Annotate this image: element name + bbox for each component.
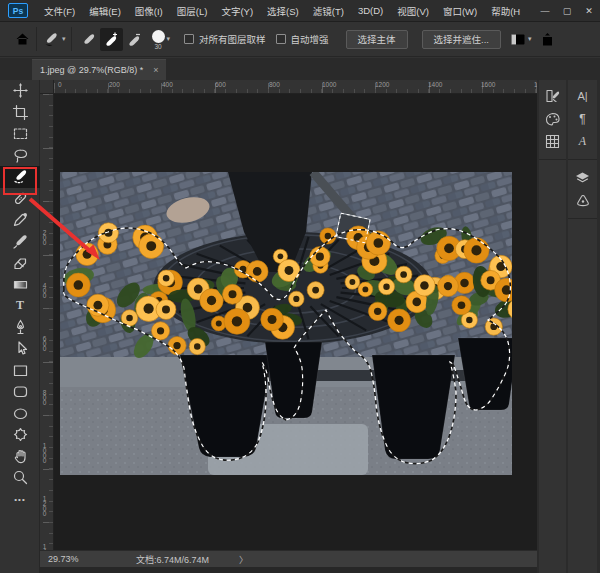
- sample-all-layers-checkbox[interactable]: [184, 34, 194, 44]
- ruler-label: 400: [41, 282, 48, 297]
- rounded-rectangle-tool[interactable]: [0, 381, 40, 403]
- horizontal-ruler: 0 200 400 600 800 1000 1200 1400 1600 18…: [54, 80, 537, 94]
- home-icon[interactable]: [14, 31, 31, 47]
- brush-preview-circle: [152, 30, 165, 43]
- tutorial-highlight-box: [3, 167, 37, 195]
- workspace-switcher-icon[interactable]: ▾: [510, 33, 532, 46]
- menu-edit[interactable]: 编辑(E): [82, 0, 128, 22]
- menu-select[interactable]: 选择(S): [260, 0, 306, 22]
- character-panel-icon[interactable]: A|: [568, 84, 597, 107]
- chevron-down-icon: ▾: [62, 35, 66, 43]
- ruler-label: 1200: [375, 81, 389, 88]
- swatches-panel-icon[interactable]: [539, 130, 566, 153]
- ellipse-tool[interactable]: [0, 403, 40, 425]
- glyphs-panel-icon[interactable]: A: [568, 130, 597, 153]
- move-tool[interactable]: [0, 80, 40, 102]
- ruler-label: 1200: [41, 495, 48, 515]
- status-bar: 29.73% 文档:6.74M/6.74M 〉: [40, 550, 537, 567]
- panel-dock: A| ¶ A: [537, 80, 600, 573]
- ruler-label: 200: [109, 81, 120, 88]
- divider: [36, 27, 37, 51]
- chevron-down-icon: ▾: [528, 35, 532, 43]
- window-footer: [40, 567, 537, 573]
- auto-enhance-label: 自动增强: [291, 32, 329, 46]
- ruler-label: 600: [215, 81, 226, 88]
- close-button[interactable]: ✕: [578, 0, 600, 22]
- hand-tool[interactable]: [0, 446, 40, 468]
- auto-enhance-checkbox[interactable]: [276, 34, 286, 44]
- menu-3d[interactable]: 3D(D): [351, 0, 390, 22]
- menu-type[interactable]: 文字(Y): [214, 0, 260, 22]
- document-image[interactable]: [60, 172, 512, 475]
- zoom-level-field[interactable]: 29.73%: [48, 554, 118, 564]
- custom-shape-tool[interactable]: [0, 424, 40, 446]
- paragraph-panel-icon[interactable]: ¶: [568, 107, 597, 130]
- document-tab-bar: 1.jpeg @ 29.7%(RGB/8) * ×: [0, 58, 600, 80]
- layers-panel-icon[interactable]: [568, 166, 597, 189]
- menu-help[interactable]: 帮助(H: [484, 0, 527, 22]
- ruler-label: 1400: [41, 543, 48, 550]
- more-tools[interactable]: •••: [0, 489, 40, 511]
- pen-tool[interactable]: [0, 317, 40, 339]
- document-tab[interactable]: 1.jpeg @ 29.7%(RGB/8) * ×: [32, 59, 166, 80]
- direct-selection-tool[interactable]: [0, 338, 40, 360]
- brush-settings-panel-icon[interactable]: [539, 84, 566, 107]
- rectangle-tool[interactable]: [0, 360, 40, 382]
- add-selection-mode-button[interactable]: [100, 28, 123, 51]
- menu-layer[interactable]: 图层(L): [170, 0, 215, 22]
- document-size-info: 文档:6.74M/6.74M: [136, 553, 209, 566]
- brush-size-picker[interactable]: 30 ▾: [152, 30, 171, 49]
- lasso-tool[interactable]: [0, 145, 40, 167]
- share-icon[interactable]: [540, 32, 555, 47]
- photoshop-logo: Ps: [8, 3, 28, 18]
- eraser-tool[interactable]: [0, 252, 40, 274]
- menu-bar: Ps 文件(F) 编辑(E) 图像(I) 图层(L) 文字(Y) 选择(S) 滤…: [0, 0, 600, 22]
- ruler-label: 800: [41, 389, 48, 404]
- tool-preset-icon[interactable]: ▾: [42, 31, 66, 48]
- zoom-tool[interactable]: [0, 467, 40, 489]
- tab-close-icon[interactable]: ×: [153, 65, 158, 75]
- select-and-mask-button[interactable]: 选择并遮住...: [422, 30, 501, 49]
- menu-view[interactable]: 视图(V): [390, 0, 436, 22]
- ruler-label: 200: [41, 229, 48, 244]
- tools-panel: T •••: [0, 80, 40, 573]
- ruler-label: 1000: [322, 81, 336, 88]
- subtract-selection-mode-button[interactable]: [123, 28, 146, 51]
- ruler-label: 600: [41, 335, 48, 350]
- brush-tool[interactable]: [0, 231, 40, 253]
- ruler-label: 1000: [41, 442, 48, 462]
- menu-image[interactable]: 图像(I): [128, 0, 170, 22]
- ruler-label: 1600: [481, 81, 495, 88]
- tool-options-bar: ▾ 30 ▾ 对所有图层取样 自动增强 选择主体 选择并遮住... ▾: [0, 22, 600, 57]
- sample-all-layers-label: 对所有图层取样: [199, 32, 266, 46]
- menu-window[interactable]: 窗口(W): [436, 0, 484, 22]
- new-selection-mode-button[interactable]: [77, 28, 100, 51]
- maximize-button[interactable]: ▢: [556, 0, 578, 22]
- ruler-label: 400: [162, 81, 173, 88]
- gradient-tool[interactable]: [0, 274, 40, 296]
- marquee-tool[interactable]: [0, 123, 40, 145]
- ruler-label: 1400: [428, 81, 442, 88]
- ruler-origin-corner[interactable]: [40, 80, 54, 94]
- color-panel-icon[interactable]: [539, 107, 566, 130]
- menu-filter[interactable]: 滤镜(T): [306, 0, 351, 22]
- ruler-label: 0: [58, 81, 62, 88]
- eyedropper-tool[interactable]: [0, 209, 40, 231]
- menu-file[interactable]: 文件(F): [37, 0, 82, 22]
- crop-tool[interactable]: [0, 102, 40, 124]
- type-tool[interactable]: T: [0, 295, 40, 317]
- status-options-chevron[interactable]: 〉: [239, 553, 248, 566]
- brush-size-value: 30: [154, 44, 161, 49]
- select-subject-button[interactable]: 选择主体: [346, 30, 408, 49]
- properties-panel-icon[interactable]: [568, 189, 597, 212]
- minimize-button[interactable]: —: [534, 0, 556, 22]
- chevron-down-icon: ▾: [167, 35, 171, 43]
- document-tab-title: 1.jpeg @ 29.7%(RGB/8) *: [40, 65, 143, 75]
- ruler-label: 800: [269, 81, 280, 88]
- vertical-ruler: 200 400 600 800 1000 1200 1400: [40, 94, 54, 550]
- window-controls: — ▢ ✕: [534, 0, 600, 22]
- canvas-area[interactable]: [54, 94, 537, 550]
- divider: [71, 27, 72, 51]
